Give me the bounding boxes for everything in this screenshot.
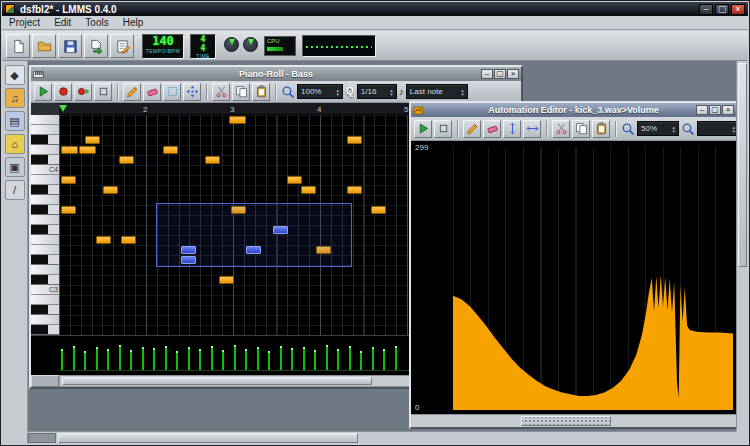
- sidebar-item-my-samples[interactable]: ♫: [5, 88, 25, 108]
- note[interactable]: [229, 116, 246, 124]
- note-length-select[interactable]: Last note ▴▾: [406, 84, 468, 99]
- automation-titlebar[interactable]: Automation Editor - kick_3.wav>Volume – …: [411, 103, 736, 117]
- velocity-bar[interactable]: [222, 350, 224, 371]
- automation-flip-y-button[interactable]: [503, 120, 521, 138]
- window-minimize-button[interactable]: –: [699, 4, 713, 15]
- menu-tools[interactable]: Tools: [78, 16, 115, 29]
- sidebar-item-my-computer[interactable]: ▣: [5, 157, 25, 177]
- piano-key-gs2[interactable]: [31, 325, 59, 335]
- scrollbar-handle[interactable]: [62, 377, 372, 385]
- sidebar-item-instrument-plugins[interactable]: ◆: [5, 65, 25, 85]
- piano-key-d4[interactable]: [31, 145, 59, 155]
- piano-key-cs4[interactable]: [31, 155, 59, 165]
- new-project-button[interactable]: [6, 34, 30, 58]
- velocity-bar[interactable]: [337, 349, 339, 371]
- note[interactable]: [347, 186, 362, 194]
- piano-roll-paste-button[interactable]: [252, 83, 270, 101]
- scrollbar-handle[interactable]: [738, 63, 747, 267]
- note[interactable]: [61, 176, 76, 184]
- master-volume-knob[interactable]: [224, 37, 239, 52]
- velocity-bar[interactable]: [199, 349, 201, 371]
- scrollbar-handle[interactable]: [58, 433, 358, 443]
- workspace-horizontal-scrollbar[interactable]: [28, 431, 736, 444]
- save-project-button[interactable]: [58, 34, 82, 58]
- timesig-display[interactable]: 4 4 TIME SIG: [190, 34, 216, 59]
- piano-roll-close-button[interactable]: ×: [507, 69, 519, 79]
- piano-key-d3[interactable]: [31, 265, 59, 275]
- automation-draw-mode-button[interactable]: [463, 120, 481, 138]
- visualization-panel[interactable]: [302, 35, 376, 57]
- piano-key-cs3[interactable]: [31, 275, 59, 285]
- velocity-bar[interactable]: [245, 349, 247, 371]
- note[interactable]: [103, 186, 118, 194]
- piano-key-ds3[interactable]: [31, 255, 59, 265]
- automation-flip-x-button[interactable]: [523, 120, 541, 138]
- velocity-bar[interactable]: [280, 346, 282, 371]
- piano-key-c3[interactable]: C3: [31, 285, 59, 295]
- velocity-bar[interactable]: [349, 346, 351, 371]
- piano-key-b2[interactable]: [31, 295, 59, 305]
- master-pitch-knob[interactable]: [243, 37, 258, 52]
- piano-key-fs3[interactable]: [31, 225, 59, 235]
- sidebar-item-root-directory[interactable]: /: [5, 180, 25, 200]
- menu-edit[interactable]: Edit: [47, 16, 78, 29]
- velocity-bar[interactable]: [176, 351, 178, 371]
- velocity-bar[interactable]: [61, 349, 63, 371]
- velocity-bar[interactable]: [360, 351, 362, 371]
- sidebar-item-my-presets[interactable]: ▤: [5, 111, 25, 131]
- piano-roll-copy-button[interactable]: [232, 83, 250, 101]
- note[interactable]: [96, 236, 111, 244]
- zoom-select[interactable]: 100% ▴▾: [297, 84, 343, 99]
- piano-roll-draw-mode-button[interactable]: [123, 83, 141, 101]
- piano-key-as2[interactable]: [31, 305, 59, 315]
- zoom-x-select[interactable]: 50% ▴▾: [637, 121, 679, 136]
- piano-key-a2[interactable]: [31, 315, 59, 325]
- sidebar-item-my-home[interactable]: ⌂: [5, 134, 25, 154]
- workspace-vertical-scrollbar[interactable]: [736, 61, 748, 431]
- velocity-bar[interactable]: [326, 345, 328, 371]
- automation-curve[interactable]: [453, 147, 733, 410]
- velocity-bar[interactable]: [119, 345, 121, 371]
- note[interactable]: [347, 136, 362, 144]
- scrollbar-button[interactable]: [28, 433, 56, 443]
- window-maximize-button[interactable]: ▢: [715, 4, 729, 15]
- velocity-bar[interactable]: [107, 349, 109, 371]
- note[interactable]: [79, 146, 96, 154]
- note[interactable]: [121, 236, 136, 244]
- open-project-button[interactable]: [32, 34, 56, 58]
- velocity-bar[interactable]: [130, 350, 132, 371]
- piano-key-as3[interactable]: [31, 185, 59, 195]
- piano-key-gs3[interactable]: [31, 205, 59, 215]
- velocity-bar[interactable]: [314, 350, 316, 371]
- velocity-bar[interactable]: [142, 347, 144, 371]
- velocity-bar[interactable]: [234, 345, 236, 371]
- zoom-y-select[interactable]: ▴▾: [697, 121, 736, 136]
- piano-roll-minimize-button[interactable]: –: [481, 69, 493, 79]
- automation-maximize-button[interactable]: ▢: [709, 105, 721, 115]
- velocity-bar[interactable]: [268, 351, 270, 371]
- velocity-bar[interactable]: [383, 349, 385, 371]
- piano-key-f3[interactable]: [31, 235, 59, 245]
- automation-minimize-button[interactable]: –: [696, 105, 708, 115]
- automation-cut-button[interactable]: [552, 120, 570, 138]
- project-notes-button[interactable]: [110, 34, 134, 58]
- velocity-bar[interactable]: [165, 346, 167, 371]
- note[interactable]: [371, 206, 386, 214]
- q-select[interactable]: 1/16 ▴▾: [357, 84, 397, 99]
- automation-paste-button[interactable]: [592, 120, 610, 138]
- piano-key-e3[interactable]: [31, 245, 59, 255]
- piano-roll-play-button[interactable]: [34, 83, 52, 101]
- menu-project[interactable]: Project: [2, 16, 47, 29]
- velocity-bar[interactable]: [73, 346, 75, 371]
- velocity-bar[interactable]: [153, 348, 155, 371]
- note[interactable]: [163, 146, 178, 154]
- piano-roll-cut-button[interactable]: [212, 83, 230, 101]
- note[interactable]: [61, 206, 76, 214]
- automation-copy-button[interactable]: [572, 120, 590, 138]
- piano-key-c4[interactable]: C4: [31, 165, 59, 175]
- velocity-bar[interactable]: [96, 347, 98, 371]
- piano-key-g3[interactable]: [31, 215, 59, 225]
- tempo-display[interactable]: 140 TEMPO/BPM: [142, 34, 184, 59]
- note[interactable]: [301, 186, 316, 194]
- velocity-bar[interactable]: [257, 347, 259, 371]
